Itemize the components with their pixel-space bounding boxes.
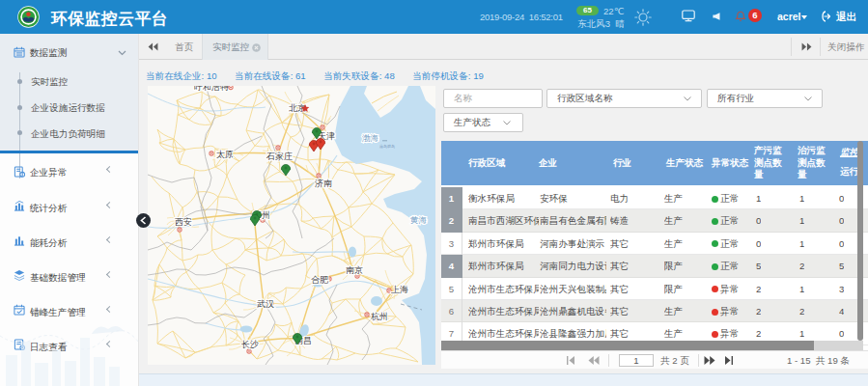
svg-text:武汉: 武汉 — [257, 299, 274, 309]
svg-text:上海: 上海 — [391, 285, 408, 294]
svg-text:黄海: 黄海 — [409, 215, 428, 225]
svg-text:庙岛群岛: 庙岛群岛 — [379, 144, 395, 149]
svg-text:呼和浩特: 呼和浩特 — [194, 86, 229, 92]
svg-text:渤海: 渤海 — [362, 133, 379, 143]
svg-text:西安: 西安 — [175, 217, 192, 227]
svg-text:杭州: 杭州 — [371, 312, 388, 321]
svg-text:合肥: 合肥 — [311, 275, 329, 285]
svg-text:石家庄: 石家庄 — [266, 152, 293, 161]
svg-text:太原: 太原 — [216, 150, 234, 159]
svg-text:济南: 济南 — [315, 179, 332, 188]
svg-text:南京: 南京 — [346, 265, 363, 275]
svg-text:长沙: 长沙 — [241, 340, 259, 349]
